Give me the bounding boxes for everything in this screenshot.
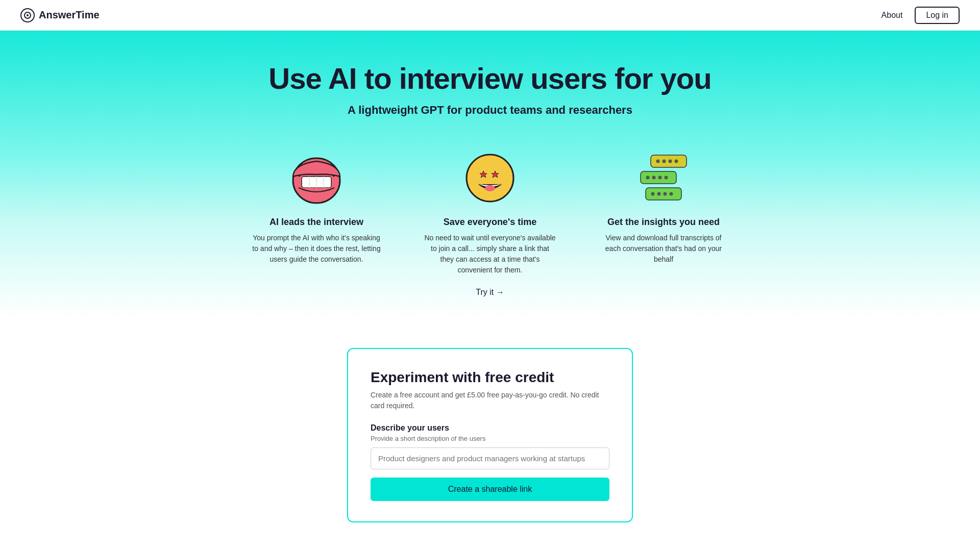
svg-point-14 [669, 160, 672, 163]
experiment-desc: Create a free account and get £5.00 free… [371, 390, 609, 411]
svg-point-10 [485, 185, 495, 191]
logo-icon [20, 8, 35, 22]
svg-point-12 [656, 160, 660, 163]
svg-point-15 [675, 160, 678, 163]
main-content: Experiment with free credit Create a fre… [0, 317, 980, 551]
svg-point-13 [663, 160, 666, 163]
nav-actions: About Log in [881, 7, 960, 24]
describe-users-input[interactable] [371, 447, 609, 469]
svg-point-17 [646, 176, 650, 180]
feature-ai-leads: AI leads the interview You prompt the AI… [250, 147, 383, 276]
svg-point-20 [665, 176, 668, 180]
feature-save-time-desc: No need to wait until everyone's availab… [424, 233, 556, 276]
field-label: Describe your users [371, 423, 609, 433]
experiment-card: Experiment with free credit Create a fre… [347, 348, 633, 522]
try-it-link[interactable]: Try it → [476, 288, 504, 297]
hero-title: Use AI to interview users for you [268, 61, 711, 95]
logo[interactable]: AnswerTime [20, 8, 100, 22]
feature-insights-title: Get the insights you need [607, 217, 720, 228]
experiment-title: Experiment with free credit [371, 369, 609, 386]
svg-point-19 [658, 176, 662, 180]
login-button[interactable]: Log in [915, 7, 960, 24]
hero-subtitle: A lightweight GPT for product teams and … [348, 104, 632, 117]
svg-point-18 [652, 176, 656, 180]
svg-point-23 [657, 192, 661, 196]
svg-point-24 [664, 192, 667, 196]
feature-ai-leads-desc: You prompt the AI with who it's speaking… [250, 233, 383, 265]
navigation: AnswerTime About Log in [0, 0, 980, 31]
about-link[interactable]: About [881, 11, 903, 20]
features-list: AI leads the interview You prompt the AI… [209, 147, 771, 276]
svg-point-7 [467, 155, 513, 202]
feature-save-time-title: Save everyone's time [444, 217, 536, 228]
svg-point-22 [651, 192, 655, 196]
chat-bubbles-icon [633, 147, 694, 209]
field-sublabel: Provide a short description of the users [371, 435, 609, 442]
feature-insights-desc: View and download full transcripts of ea… [597, 233, 730, 265]
feature-insights: Get the insights you need View and downl… [597, 147, 730, 276]
feature-ai-leads-title: AI leads the interview [270, 217, 363, 228]
emoji-icon [459, 147, 521, 209]
create-shareable-link-button[interactable]: Create a shareable link [371, 478, 609, 501]
svg-point-25 [670, 192, 673, 196]
feature-save-time: Save everyone's time No need to wait unt… [424, 147, 556, 276]
hero-section: Use AI to interview users for you A ligh… [0, 0, 980, 317]
logo-text: AnswerTime [39, 9, 100, 21]
svg-point-1 [27, 14, 29, 16]
mouth-icon [286, 147, 347, 209]
